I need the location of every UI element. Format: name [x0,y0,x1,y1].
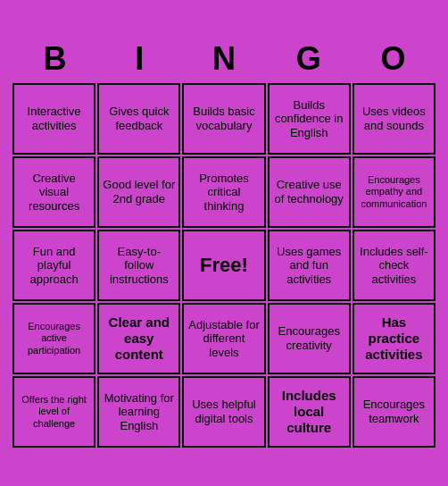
bingo-cell-21[interactable]: Motivating for learning English [97,376,180,448]
bingo-cell-7[interactable]: Promotes critical thinking [182,156,265,228]
bingo-cell-24[interactable]: Encourages teamwork [353,376,436,448]
bingo-cell-10[interactable]: Fun and playful approach [12,230,95,301]
bingo-cell-2[interactable]: Builds basic vocabulary [182,83,265,155]
bingo-cell-18[interactable]: Encourages creativity [268,303,351,374]
bingo-cell-19[interactable]: Has practice activities [353,303,436,374]
bingo-cell-3[interactable]: Builds confidence in English [268,83,351,155]
bingo-cell-16[interactable]: Clear and easy content [97,303,180,374]
bingo-cell-20[interactable]: Offers the right level of challenge [12,376,95,448]
bingo-cell-1[interactable]: Gives quick feedback [97,83,180,155]
letter-n: N [182,38,267,80]
bingo-cell-0[interactable]: Interactive activities [12,83,95,155]
letter-g: G [266,38,351,80]
bingo-cell-11[interactable]: Easy-to-follow instructions [97,230,180,301]
letter-i: I [97,38,182,80]
bingo-cell-4[interactable]: Uses videos and sounds [353,83,436,155]
bingo-card: B I N G O Interactive activitiesGives qu… [5,31,443,455]
bingo-cell-6[interactable]: Good level for 2nd grade [97,156,180,228]
bingo-cell-22[interactable]: Uses helpful digital tools [182,376,265,448]
letter-o: O [351,38,436,80]
bingo-cell-13[interactable]: Uses games and fun activities [268,230,351,301]
bingo-cell-23[interactable]: Includes local culture [268,376,351,448]
bingo-cell-12[interactable]: Free! [182,230,265,301]
bingo-cell-17[interactable]: Adjustable for different levels [182,303,265,374]
bingo-cell-5[interactable]: Creative visual resources [12,156,95,228]
bingo-cell-14[interactable]: Includes self-check activities [353,230,436,301]
bingo-grid: Interactive activitiesGives quick feedba… [12,83,436,448]
bingo-cell-15[interactable]: Encourages active participation [12,303,95,374]
letter-b: B [12,38,97,80]
bingo-cell-9[interactable]: Encourages empathy and communication [353,156,436,228]
bingo-header: B I N G O [12,38,436,80]
bingo-cell-8[interactable]: Creative use of technology [268,156,351,228]
